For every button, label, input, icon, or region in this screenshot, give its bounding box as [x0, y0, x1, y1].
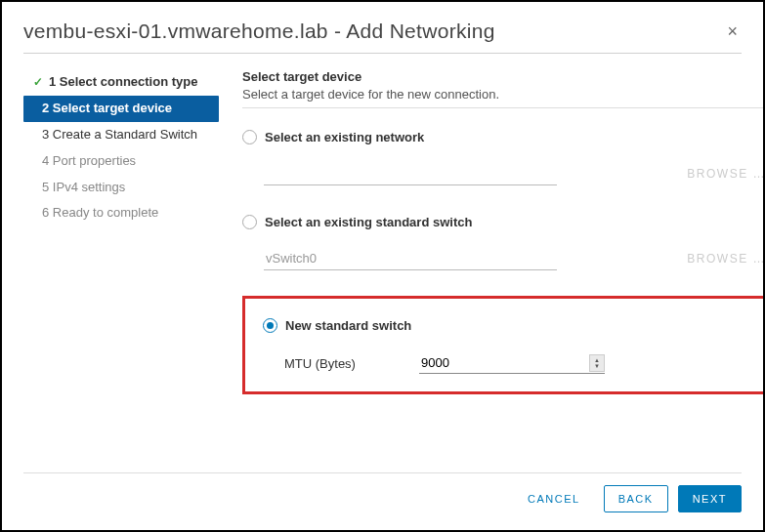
option-label: Select an existing standard switch — [265, 215, 472, 229]
cancel-button[interactable]: CANCEL — [514, 486, 594, 512]
existing-switch-row: BROWSE … — [264, 247, 765, 270]
radio-icon-selected[interactable] — [263, 318, 277, 333]
wizard-sidebar: ✓ 1 Select connection type 2 Select targ… — [23, 69, 219, 394]
step-1-connection-type[interactable]: ✓ 1 Select connection type — [23, 69, 219, 96]
content-title: Select target device — [242, 69, 765, 84]
option-new-switch[interactable]: New standard switch — [263, 318, 749, 333]
option-existing-network[interactable]: Select an existing network — [242, 130, 765, 144]
mtu-label: MTU (Bytes) — [284, 356, 419, 371]
mtu-input-wrap: ▲ ▼ — [419, 352, 605, 374]
wizard-content: Select target device Select a target dev… — [242, 69, 765, 394]
dialog-body: ✓ 1 Select connection type 2 Select targ… — [23, 69, 742, 394]
existing-network-input — [264, 162, 557, 185]
step-3-create-switch: 3 Create a Standard Switch — [23, 122, 219, 148]
highlight-box: New standard switch MTU (Bytes) ▲ ▼ — [242, 296, 765, 394]
back-button[interactable]: BACK — [604, 485, 668, 512]
option-label: Select an existing network — [265, 130, 424, 144]
chevron-down-icon[interactable]: ▼ — [594, 363, 600, 369]
step-label: 5 IPv4 settings — [33, 180, 125, 196]
step-5-ipv4-settings: 5 IPv4 settings — [23, 175, 219, 201]
browse-network-button: BROWSE … — [687, 167, 765, 181]
close-icon[interactable]: × — [723, 21, 742, 42]
check-icon: ✓ — [33, 75, 43, 91]
option-label: New standard switch — [285, 318, 411, 333]
content-subtitle: Select a target device for the new conne… — [242, 87, 765, 102]
radio-icon[interactable] — [242, 215, 257, 229]
step-label: 1 Select connection type — [49, 74, 197, 91]
step-label: 4 Port properties — [33, 153, 136, 170]
dialog-header: vembu-esxi-01.vmwarehome.lab - Add Netwo… — [23, 20, 742, 54]
step-4-port-properties: 4 Port properties — [23, 148, 219, 175]
mtu-input[interactable] — [419, 352, 589, 373]
step-6-ready: 6 Ready to complete — [23, 200, 219, 226]
mtu-row: MTU (Bytes) ▲ ▼ — [284, 352, 749, 374]
mtu-stepper[interactable]: ▲ ▼ — [589, 354, 605, 372]
step-label: 3 Create a Standard Switch — [33, 127, 197, 143]
dialog-footer: CANCEL BACK NEXT — [23, 472, 742, 512]
radio-icon[interactable] — [242, 130, 257, 144]
step-label: 6 Ready to complete — [33, 205, 158, 222]
dialog-title: vembu-esxi-01.vmwarehome.lab - Add Netwo… — [23, 20, 495, 43]
step-2-target-device[interactable]: 2 Select target device — [23, 96, 219, 122]
divider — [242, 107, 765, 108]
next-button[interactable]: NEXT — [678, 485, 742, 512]
existing-switch-input — [264, 247, 557, 270]
browse-switch-button: BROWSE … — [687, 252, 765, 266]
step-label: 2 Select target device — [33, 101, 172, 117]
option-existing-switch[interactable]: Select an existing standard switch — [242, 215, 765, 229]
existing-network-row: BROWSE … — [264, 162, 765, 185]
